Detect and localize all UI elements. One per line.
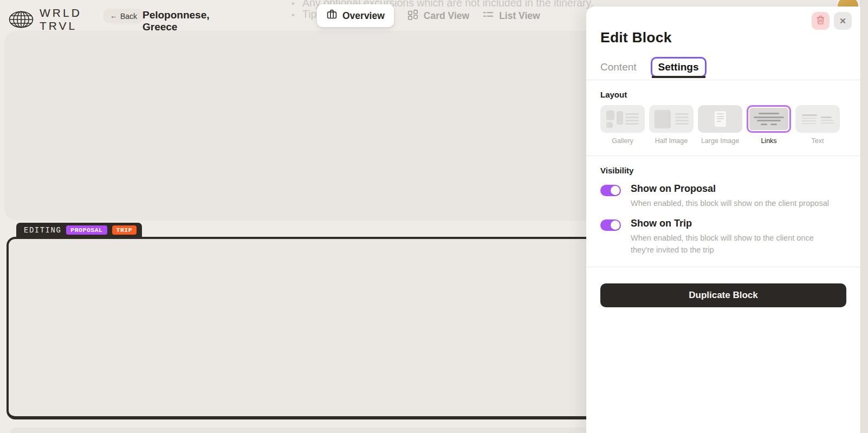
toggle-description: When enabled, this block will show to th…	[631, 232, 839, 256]
layout-option-label: Links	[747, 137, 791, 145]
tab-card-view[interactable]: Card View	[407, 9, 469, 23]
layout-option-label: Large Image	[698, 137, 742, 145]
panel-actions: ✕	[812, 12, 852, 30]
trash-icon	[816, 15, 825, 27]
duplicate-block-button[interactable]: Duplicate Block	[600, 283, 846, 307]
visibility-heading: Visibility	[600, 166, 846, 175]
back-arrow-icon: ←	[110, 12, 117, 20]
tab-content[interactable]: Content	[600, 61, 637, 73]
layout-thumb-gallery	[606, 111, 639, 128]
layout-option-gallery[interactable]	[600, 105, 645, 133]
toggle-show-on-proposal[interactable]	[600, 185, 621, 196]
section-layout: Layout	[586, 80, 860, 156]
globe-logo-icon	[9, 11, 34, 28]
badge-proposal: PROPOSAL	[66, 225, 107, 235]
layout-option-links[interactable]	[747, 105, 791, 133]
list-icon	[482, 9, 494, 23]
close-icon: ✕	[839, 16, 846, 26]
layout-thumb-half-image	[655, 110, 689, 128]
layout-option-labels: Gallery Half Image Large Image Links Tex…	[600, 137, 846, 145]
panel-tabs: Content Settings	[600, 55, 846, 80]
toggle-description: When enabled, this block will show on th…	[631, 198, 829, 210]
section-visibility: Visibility Show on Proposal When enabled…	[586, 156, 860, 267]
brand: WRLD TRVL	[9, 7, 82, 33]
visibility-row: Show on Proposal When enabled, this bloc…	[600, 183, 846, 210]
close-panel-button[interactable]: ✕	[834, 12, 852, 30]
trip-title: Peloponnese, Greece	[142, 9, 210, 33]
layout-option-large-image[interactable]	[698, 105, 742, 133]
card-grid-icon	[407, 9, 419, 23]
bullet-dot: •	[292, 10, 295, 21]
right-scroll-strip[interactable]	[860, 0, 868, 433]
brand-wordmark: WRLD TRVL	[40, 7, 82, 33]
panel-title: Edit Block	[600, 29, 846, 46]
tab-list-view-label: List View	[499, 10, 540, 22]
visibility-row: Show on Trip When enabled, this block wi…	[600, 218, 846, 256]
layout-option-label: Text	[795, 137, 840, 145]
view-switcher: Overview Card View List View	[317, 4, 540, 27]
active-tab-underline	[652, 76, 705, 78]
editing-label: EDITING	[24, 226, 61, 235]
layout-heading: Layout	[600, 90, 846, 99]
back-label: Back	[120, 12, 137, 21]
layout-options	[600, 105, 846, 133]
toggle-knob	[611, 221, 620, 230]
toggle-label: Show on Trip	[631, 218, 839, 229]
edit-block-panel: ✕ Edit Block Content Settings Layout	[586, 7, 860, 433]
tab-settings-label: Settings	[658, 61, 699, 73]
tab-overview-label: Overview	[342, 10, 385, 22]
toggle-show-on-trip[interactable]	[600, 219, 621, 231]
tab-overview[interactable]: Overview	[317, 4, 394, 27]
tab-settings[interactable]: Settings	[651, 57, 707, 77]
layout-thumb-text	[802, 114, 834, 124]
toggle-knob	[611, 186, 620, 195]
layout-option-text[interactable]	[795, 105, 840, 133]
layout-option-label: Half Image	[649, 137, 694, 145]
layout-thumb-large-image	[715, 111, 726, 127]
app-screen: •Any optional excursions which are not i…	[0, 0, 868, 433]
badge-trip: TRIP	[112, 225, 137, 235]
tab-list-view[interactable]: List View	[482, 9, 540, 23]
delete-block-button[interactable]	[812, 12, 830, 30]
tab-card-view-label: Card View	[424, 10, 469, 22]
back-button[interactable]: ← Back	[103, 9, 144, 23]
layout-thumb-links	[754, 113, 784, 125]
editing-indicator: EDITING PROPOSAL TRIP	[16, 223, 142, 237]
toggle-label: Show on Proposal	[631, 183, 829, 195]
briefcase-icon	[326, 9, 338, 23]
layout-option-label: Gallery	[600, 137, 645, 145]
layout-option-half-image[interactable]	[649, 105, 694, 133]
panel-footer: Duplicate Block	[586, 267, 860, 307]
